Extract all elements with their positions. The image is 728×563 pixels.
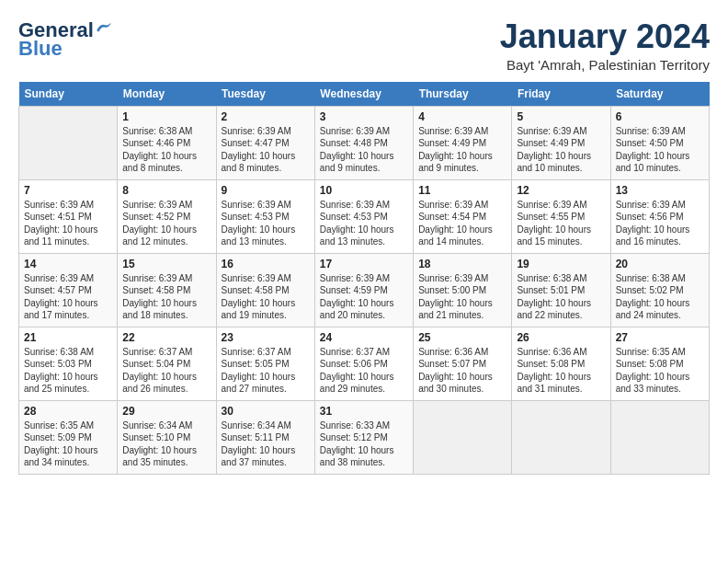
day-detail: Sunrise: 6:38 AMSunset: 5:01 PMDaylight:… [517,272,605,322]
calendar-cell: 29Sunrise: 6:34 AMSunset: 5:10 PMDayligh… [118,400,216,474]
day-number: 16 [222,258,310,270]
day-detail: Sunrise: 6:39 AMSunset: 4:55 PMDaylight:… [517,199,605,248]
day-detail: Sunrise: 6:39 AMSunset: 4:58 PMDaylight:… [122,272,210,322]
day-detail: Sunrise: 6:37 AMSunset: 5:06 PMDaylight:… [320,346,408,396]
calendar-cell: 15Sunrise: 6:39 AMSunset: 4:58 PMDayligh… [118,253,216,327]
calendar-cell: 6Sunrise: 6:39 AMSunset: 4:50 PMDaylight… [610,106,709,179]
col-header-friday: Friday [512,82,610,107]
day-number: 2 [222,110,310,123]
calendar-cell: 3Sunrise: 6:39 AMSunset: 4:48 PMDaylight… [314,106,413,179]
day-detail: Sunrise: 6:39 AMSunset: 5:00 PMDaylight:… [418,272,506,322]
day-number: 12 [517,184,605,197]
day-number: 8 [122,184,210,197]
day-number: 19 [517,258,605,270]
location-title: Bayt 'Amrah, Palestinian Territory [500,57,710,73]
logo-bird-icon [96,20,112,33]
calendar-header-row: SundayMondayTuesdayWednesdayThursdayFrid… [19,82,710,107]
calendar-cell: 14Sunrise: 6:39 AMSunset: 4:57 PMDayligh… [19,253,118,327]
calendar-cell: 17Sunrise: 6:39 AMSunset: 4:59 PMDayligh… [314,253,413,327]
calendar-cell: 5Sunrise: 6:39 AMSunset: 4:49 PMDaylight… [512,106,610,179]
day-number: 21 [24,331,112,344]
day-detail: Sunrise: 6:39 AMSunset: 4:59 PMDaylight:… [320,272,408,322]
day-detail: Sunrise: 6:39 AMSunset: 4:56 PMDaylight:… [616,199,704,248]
day-detail: Sunrise: 6:39 AMSunset: 4:54 PMDaylight:… [418,199,506,248]
day-number: 13 [616,184,704,197]
calendar-cell: 19Sunrise: 6:38 AMSunset: 5:01 PMDayligh… [512,253,610,327]
day-detail: Sunrise: 6:39 AMSunset: 4:47 PMDaylight:… [222,125,310,175]
day-number: 11 [418,184,506,197]
calendar-cell [610,400,709,474]
calendar-cell: 24Sunrise: 6:37 AMSunset: 5:06 PMDayligh… [314,327,413,400]
day-detail: Sunrise: 6:33 AMSunset: 5:12 PMDaylight:… [320,419,408,469]
day-number: 7 [24,184,112,197]
month-title: January 2024 [500,18,710,55]
calendar-week-row: 28Sunrise: 6:35 AMSunset: 5:09 PMDayligh… [19,400,710,474]
day-number: 31 [320,405,408,418]
title-section: January 2024 Bayt 'Amrah, Palestinian Te… [500,18,710,73]
day-number: 30 [222,405,310,418]
day-number: 18 [418,258,506,270]
day-detail: Sunrise: 6:35 AMSunset: 5:09 PMDaylight:… [24,419,112,469]
calendar-cell: 31Sunrise: 6:33 AMSunset: 5:12 PMDayligh… [314,400,413,474]
calendar-cell: 10Sunrise: 6:39 AMSunset: 4:53 PMDayligh… [314,179,413,253]
calendar-cell: 4Sunrise: 6:39 AMSunset: 4:49 PMDaylight… [414,106,512,179]
day-detail: Sunrise: 6:39 AMSunset: 4:51 PMDaylight:… [24,199,112,248]
calendar-cell [19,106,118,179]
calendar-cell: 1Sunrise: 6:38 AMSunset: 4:46 PMDaylight… [118,106,216,179]
calendar-cell: 28Sunrise: 6:35 AMSunset: 5:09 PMDayligh… [19,400,118,474]
calendar-cell: 12Sunrise: 6:39 AMSunset: 4:55 PMDayligh… [512,179,610,253]
calendar-cell: 21Sunrise: 6:38 AMSunset: 5:03 PMDayligh… [19,327,118,400]
col-header-thursday: Thursday [414,82,512,107]
calendar-week-row: 14Sunrise: 6:39 AMSunset: 4:57 PMDayligh… [19,253,710,327]
day-number: 5 [517,110,605,123]
day-number: 27 [616,331,704,344]
col-header-sunday: Sunday [19,82,118,107]
day-detail: Sunrise: 6:39 AMSunset: 4:58 PMDaylight:… [222,272,310,322]
day-number: 25 [418,331,506,344]
calendar-cell: 7Sunrise: 6:39 AMSunset: 4:51 PMDaylight… [19,179,118,253]
col-header-wednesday: Wednesday [314,82,413,107]
calendar-cell: 23Sunrise: 6:37 AMSunset: 5:05 PMDayligh… [216,327,314,400]
day-number: 10 [320,184,408,197]
calendar-week-row: 7Sunrise: 6:39 AMSunset: 4:51 PMDaylight… [19,179,710,253]
calendar-cell: 26Sunrise: 6:36 AMSunset: 5:08 PMDayligh… [512,327,610,400]
calendar-week-row: 21Sunrise: 6:38 AMSunset: 5:03 PMDayligh… [19,327,710,400]
day-number: 22 [122,331,210,344]
day-number: 23 [222,331,310,344]
day-detail: Sunrise: 6:39 AMSunset: 4:49 PMDaylight:… [517,125,605,175]
day-number: 9 [222,184,310,197]
calendar-cell: 27Sunrise: 6:35 AMSunset: 5:08 PMDayligh… [610,327,709,400]
calendar-cell: 9Sunrise: 6:39 AMSunset: 4:53 PMDaylight… [216,179,314,253]
day-detail: Sunrise: 6:36 AMSunset: 5:07 PMDaylight:… [418,346,506,396]
calendar-cell: 8Sunrise: 6:39 AMSunset: 4:52 PMDaylight… [118,179,216,253]
calendar-cell [512,400,610,474]
day-detail: Sunrise: 6:39 AMSunset: 4:49 PMDaylight:… [418,125,506,175]
day-detail: Sunrise: 6:39 AMSunset: 4:48 PMDaylight:… [320,125,408,175]
day-number: 29 [122,405,210,418]
day-detail: Sunrise: 6:36 AMSunset: 5:08 PMDaylight:… [517,346,605,396]
day-detail: Sunrise: 6:34 AMSunset: 5:10 PMDaylight:… [122,419,210,469]
day-number: 3 [320,110,408,123]
page-header: General Blue January 2024 Bayt 'Amrah, P… [18,18,710,73]
day-number: 28 [24,405,112,418]
day-detail: Sunrise: 6:37 AMSunset: 5:04 PMDaylight:… [122,346,210,396]
day-detail: Sunrise: 6:38 AMSunset: 5:02 PMDaylight:… [616,272,704,322]
day-detail: Sunrise: 6:37 AMSunset: 5:05 PMDaylight:… [222,346,310,396]
day-detail: Sunrise: 6:39 AMSunset: 4:50 PMDaylight:… [616,125,704,175]
day-detail: Sunrise: 6:39 AMSunset: 4:52 PMDaylight:… [122,199,210,248]
col-header-monday: Monday [118,82,216,107]
logo: General Blue [18,18,112,61]
calendar-cell: 30Sunrise: 6:34 AMSunset: 5:11 PMDayligh… [216,400,314,474]
calendar-cell: 20Sunrise: 6:38 AMSunset: 5:02 PMDayligh… [610,253,709,327]
day-detail: Sunrise: 6:38 AMSunset: 4:46 PMDaylight:… [122,125,210,175]
day-detail: Sunrise: 6:34 AMSunset: 5:11 PMDaylight:… [222,419,310,469]
calendar-week-row: 1Sunrise: 6:38 AMSunset: 4:46 PMDaylight… [19,106,710,179]
calendar-cell [414,400,512,474]
day-number: 26 [517,331,605,344]
day-detail: Sunrise: 6:39 AMSunset: 4:53 PMDaylight:… [222,199,310,248]
day-detail: Sunrise: 6:39 AMSunset: 4:57 PMDaylight:… [24,272,112,322]
day-number: 1 [122,110,210,123]
calendar-cell: 18Sunrise: 6:39 AMSunset: 5:00 PMDayligh… [414,253,512,327]
calendar-cell: 13Sunrise: 6:39 AMSunset: 4:56 PMDayligh… [610,179,709,253]
day-number: 15 [122,258,210,270]
